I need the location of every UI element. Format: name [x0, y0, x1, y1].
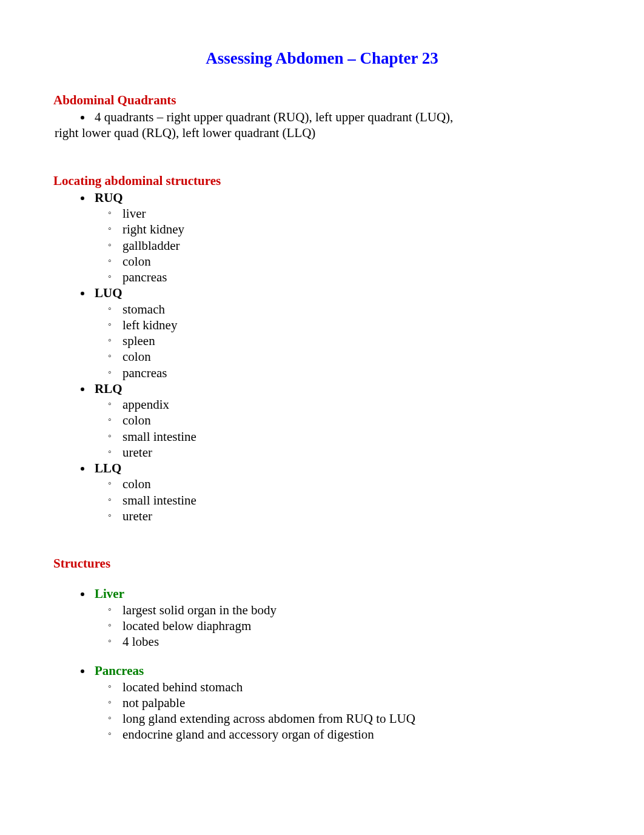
list-item: colon: [108, 476, 591, 492]
list-item: stomach: [108, 301, 591, 317]
list-item-ruq: RUQ liver right kidney gallbladder colon…: [92, 190, 591, 286]
sublist-pancreas: located behind stomach not palpable long…: [95, 679, 591, 743]
quadrant-label: LUQ: [95, 286, 122, 300]
list-item: colon: [108, 412, 591, 428]
list-item: small intestine: [108, 492, 591, 508]
list-item-pancreas: Pancreas located behind stomach not palp…: [92, 663, 591, 742]
list-item: largest solid organ in the body: [108, 602, 591, 618]
list-item: spleen: [108, 333, 591, 349]
list-structures-2: Pancreas located behind stomach not palp…: [53, 663, 591, 742]
list-item: pancreas: [108, 269, 591, 285]
heading-structures: Structures: [53, 555, 591, 571]
list-item: endocrine gland and accessory organ of d…: [108, 726, 591, 742]
list-item: long gland extending across abdomen from…: [108, 711, 591, 726]
list-item: located below diaphragm: [108, 618, 591, 634]
list-item: colon: [108, 349, 591, 364]
list-structures: Liver largest solid organ in the body lo…: [53, 586, 591, 649]
list-item: 4 lobes: [108, 634, 591, 649]
list-item: colon: [108, 253, 591, 269]
sublist-llq: colon small intestine ureter: [95, 476, 591, 524]
document-title: Assessing Abdomen – Chapter 23: [53, 49, 591, 69]
list-item: liver: [108, 206, 591, 221]
list-item: 4 quadrants – right upper quadrant (RUQ)…: [92, 109, 591, 125]
list-item: not palpable: [108, 695, 591, 711]
list-abdominal-quadrants: 4 quadrants – right upper quadrant (RUQ)…: [53, 109, 591, 125]
list-item-rlq: RLQ appendix colon small intestine urete…: [92, 381, 591, 460]
list-item: ureter: [108, 444, 591, 460]
list-item: appendix: [108, 397, 591, 412]
quadrant-label: LLQ: [95, 461, 121, 475]
list-item-llq: LLQ colon small intestine ureter: [92, 460, 591, 524]
quadrant-label: RUQ: [95, 190, 123, 205]
list-item: gallbladder: [108, 238, 591, 253]
sublist-luq: stomach left kidney spleen colon pancrea…: [95, 301, 591, 381]
structure-label: Liver: [95, 586, 124, 601]
sublist-rlq: appendix colon small intestine ureter: [95, 397, 591, 460]
heading-locating-structures: Locating abdominal structures: [53, 173, 591, 189]
list-item: small intestine: [108, 429, 591, 444]
list-item: ureter: [108, 508, 591, 524]
list-item-luq: LUQ stomach left kidney spleen colon pan…: [92, 285, 591, 381]
wrap-line: right lower quad (RLQ), left lower quadr…: [55, 125, 591, 141]
list-locating-structures: RUQ liver right kidney gallbladder colon…: [53, 190, 591, 524]
sublist-ruq: liver right kidney gallbladder colon pan…: [95, 206, 591, 285]
sublist-liver: largest solid organ in the body located …: [95, 602, 591, 650]
quadrant-label: RLQ: [95, 381, 122, 396]
list-item-liver: Liver largest solid organ in the body lo…: [92, 586, 591, 649]
structure-label: Pancreas: [95, 663, 144, 678]
heading-abdominal-quadrants: Abdominal Quadrants: [53, 92, 591, 108]
list-item: left kidney: [108, 317, 591, 333]
list-item: pancreas: [108, 365, 591, 381]
list-item: right kidney: [108, 221, 591, 237]
list-item: located behind stomach: [108, 679, 591, 695]
